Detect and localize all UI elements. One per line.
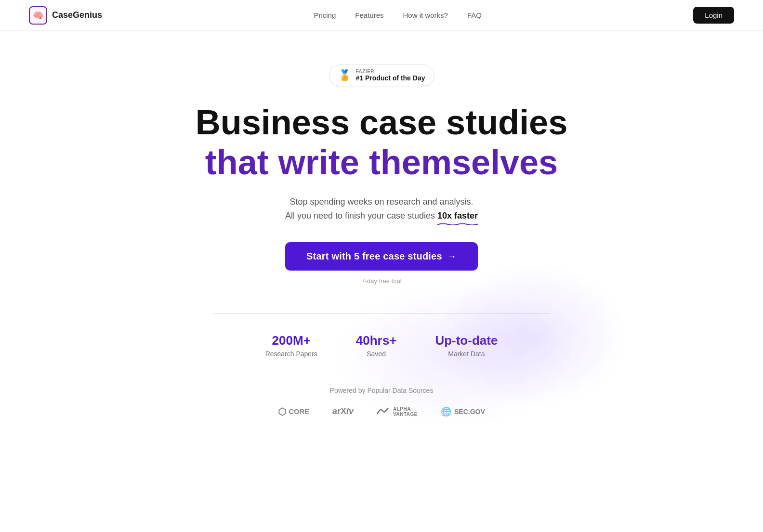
stat-saved: 40hrs+ Saved [356, 333, 397, 358]
fazier-title: #1 Product of the Day [356, 74, 425, 82]
nav-pricing[interactable]: Pricing [314, 11, 336, 19]
cta-arrow: → [447, 251, 457, 262]
source-alpha-vantage: ALPHA VANTAGE [377, 406, 418, 417]
stat-value-0: 200M+ [272, 333, 311, 348]
hero-section: 🏅 FAZIER #1 Product of the Day Business … [0, 31, 763, 446]
stat-value-1: 40hrs+ [356, 333, 397, 348]
powered-label: Powered by Popular Data Sources [330, 387, 434, 394]
headline-line1: Business case studies [196, 104, 567, 142]
cta-label: Start with 5 free case studies [306, 251, 442, 262]
fazier-badge: 🏅 FAZIER #1 Product of the Day [329, 65, 434, 86]
alpha-vantage-icon [377, 407, 390, 416]
navbar: 🧠 CaseGenius Pricing Features How it wor… [0, 0, 763, 31]
stat-label-1: Saved [367, 350, 386, 358]
stat-value-2: Up-to-date [435, 333, 498, 348]
fazier-text: FAZIER #1 Product of the Day [356, 69, 425, 82]
source-arxiv: arXiv [332, 406, 354, 416]
highlight-text: 10x faster [437, 209, 478, 223]
stat-label-2: Market Data [448, 350, 485, 358]
nav-how-it-works[interactable]: How it works? [403, 11, 448, 19]
medal-icon: 🏅 [338, 69, 351, 82]
hero-subtext: Stop spending weeks on research and anal… [285, 195, 478, 223]
cta-button[interactable]: Start with 5 free case studies → [285, 242, 478, 271]
source-sec-gov: 🌐 SEC.GOV [441, 406, 485, 417]
logo-link[interactable]: 🧠 CaseGenius [29, 6, 102, 25]
source-core: ⬡ CORE [278, 406, 309, 417]
logo-icon: 🧠 [29, 6, 47, 25]
nav-links: Pricing Features How it works? FAQ [314, 11, 481, 20]
sec-globe-icon: 🌐 [441, 406, 451, 417]
headline-line2: that write themselves [205, 143, 558, 182]
trial-text: 7-day free trial [361, 277, 401, 285]
stat-market-data: Up-to-date Market Data [435, 333, 498, 358]
nav-faq[interactable]: FAQ [467, 11, 482, 19]
data-sources: ⬡ CORE arXiv ALPHA VANTAGE 🌐 SEC.GOV [278, 406, 485, 417]
login-button[interactable]: Login [693, 7, 734, 24]
logo-text: CaseGenius [52, 10, 102, 20]
stat-label-0: Research Papers [265, 350, 317, 358]
stat-research-papers: 200M+ Research Papers [265, 333, 317, 358]
nav-features[interactable]: Features [355, 11, 383, 19]
section-divider [213, 313, 550, 314]
stats-section: 200M+ Research Papers 40hrs+ Saved Up-to… [265, 333, 498, 358]
fazier-source: FAZIER [356, 69, 425, 74]
